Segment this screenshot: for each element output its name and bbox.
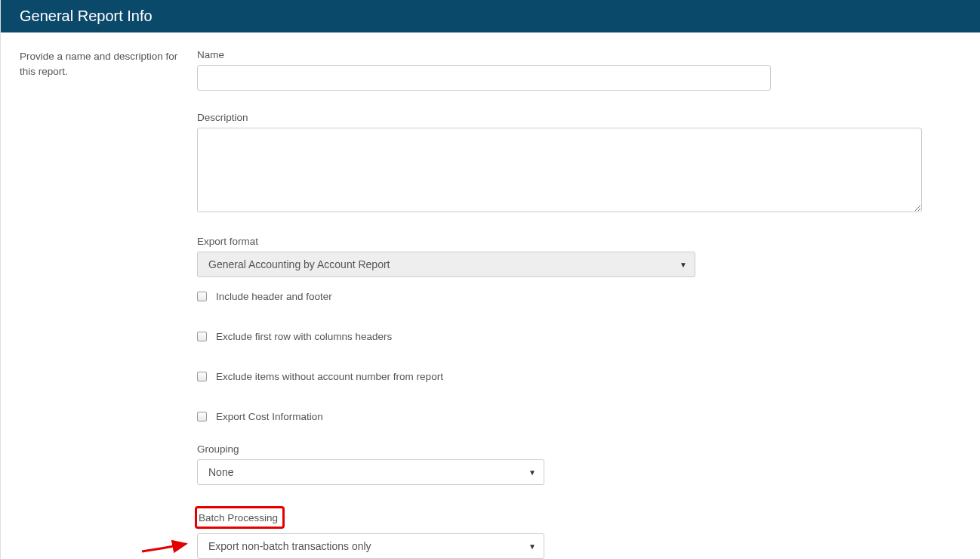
chevron-down-icon: ▼ — [529, 468, 536, 477]
helper-text: Provide a name and description for this … — [20, 51, 177, 77]
page-header: General Report Info — [1, 0, 980, 32]
name-label: Name — [197, 49, 922, 60]
export-cost-info-checkbox[interactable] — [197, 412, 207, 422]
export-format-value: General Accounting by Account Report — [208, 258, 390, 270]
grouping-label: Grouping — [197, 443, 922, 455]
chevron-down-icon: ▼ — [680, 261, 687, 269]
export-cost-info-label: Export Cost Information — [216, 411, 323, 422]
exclude-no-account-checkbox[interactable] — [197, 372, 207, 381]
batch-processing-select[interactable]: Export non-batch transactions only ▼ — [197, 533, 544, 559]
include-header-footer-label: Include header and footer — [216, 291, 332, 302]
helper-column: Provide a name and description for this … — [20, 49, 197, 559]
batch-processing-label: Batch Processing — [199, 512, 278, 523]
include-header-footer-checkbox[interactable] — [197, 292, 207, 301]
grouping-value: None — [208, 466, 233, 478]
exclude-no-account-label: Exclude items without account number fro… — [216, 371, 443, 382]
export-format-select[interactable]: General Accounting by Account Report ▼ — [197, 252, 695, 277]
exclude-first-row-label: Exclude first row with columns headers — [216, 331, 392, 342]
description-textarea[interactable] — [197, 128, 922, 212]
description-label: Description — [197, 112, 922, 123]
grouping-select[interactable]: None ▼ — [197, 459, 544, 485]
batch-processing-value: Export non-batch transactions only — [208, 540, 371, 552]
export-format-label: Export format — [197, 236, 922, 247]
exclude-first-row-checkbox[interactable] — [197, 332, 207, 341]
annotation-highlight: Batch Processing — [195, 506, 285, 529]
page-title: General Report Info — [20, 8, 153, 24]
chevron-down-icon: ▼ — [529, 542, 536, 551]
name-input[interactable] — [197, 65, 771, 91]
